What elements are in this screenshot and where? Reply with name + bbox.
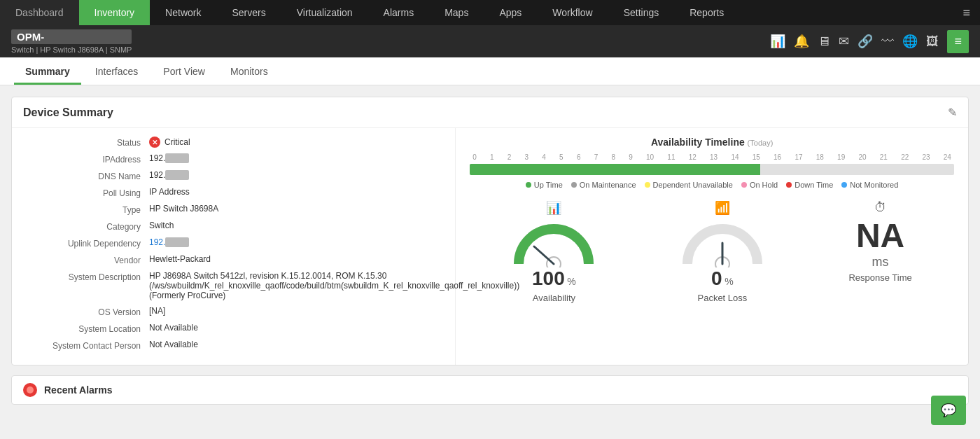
- chart-icon[interactable]: 📊: [770, 34, 785, 49]
- email-icon[interactable]: ✉: [839, 34, 849, 49]
- legend-dot-downtime: [786, 182, 792, 188]
- nav-more-button[interactable]: ≡: [953, 0, 980, 25]
- device-header: OPM- Switch | HP Switch J8698A | SNMP 📊 …: [0, 25, 980, 57]
- label-category: Category: [23, 221, 149, 232]
- nav-item-dashboard[interactable]: Dashboard: [0, 0, 79, 25]
- timeline-legend: Up Time On Maintenance Dependent Unavail…: [470, 181, 954, 189]
- tab-port-view[interactable]: Port View: [152, 60, 216, 85]
- gauge-response-time-value: NA: [848, 218, 911, 255]
- nav-item-apps[interactable]: Apps: [484, 0, 537, 25]
- gauge-availability-icon: 📊: [512, 200, 596, 216]
- nav-item-servers[interactable]: Servers: [216, 0, 281, 25]
- globe-icon[interactable]: 🌐: [902, 34, 918, 49]
- label-type: Type: [23, 204, 149, 215]
- ip-blurred-3: [165, 237, 188, 247]
- sub-tabs: Summary Interfaces Port View Monitors: [0, 57, 980, 85]
- alert-icon[interactable]: 🔔: [794, 34, 809, 49]
- value-type: HP Switch J8698A: [149, 204, 444, 214]
- hamburger-button[interactable]: ≡: [947, 30, 969, 53]
- gauge-response-time-unit: ms: [848, 255, 911, 270]
- uplink-link[interactable]: 192.: [149, 237, 189, 247]
- legend-notmonitored: Not Monitored: [841, 181, 898, 189]
- gauge-availability-value: 100 %: [512, 267, 596, 290]
- timeline-hours: 012345 67891011 121314151617 18192021222…: [470, 153, 954, 161]
- gauge-response-time-icon: ⏱: [848, 200, 911, 215]
- value-ip: 192.: [149, 153, 444, 163]
- value-vendor: Hewlett-Packard: [149, 254, 444, 264]
- info-row-ip: IPAddress 192.: [23, 153, 444, 165]
- card-header: Device Summary ✎: [12, 97, 968, 128]
- value-status: ✕ Critical: [149, 137, 444, 148]
- legend-uptime: Up Time: [526, 181, 563, 189]
- recent-alarms-bar: Recent Alarms: [11, 375, 969, 405]
- availability-timeline: Availability Timeline (Today) 012345 678…: [470, 137, 954, 189]
- legend-dot-onhold: [741, 182, 747, 188]
- nav-item-maps[interactable]: Maps: [429, 0, 484, 25]
- label-sysdesc: System Description: [23, 271, 149, 282]
- alarm-dot: [23, 383, 37, 397]
- label-vendor: Vendor: [23, 254, 149, 265]
- image-icon[interactable]: 🖼: [926, 34, 939, 49]
- pulse-icon[interactable]: 〰: [881, 34, 894, 49]
- gauge-packet-loss-value: 0 %: [680, 267, 764, 290]
- info-row-sysloc: System Location Not Available: [23, 323, 444, 334]
- nav-item-settings[interactable]: Settings: [608, 0, 675, 25]
- device-name: OPM-: [11, 29, 132, 44]
- nav-item-alarms[interactable]: Alarms: [368, 0, 430, 25]
- nav-item-inventory[interactable]: Inventory: [79, 0, 150, 25]
- info-table: Status ✕ Critical IPAddress 192.: [12, 128, 456, 365]
- label-sysloc: System Location: [23, 323, 149, 334]
- nav-item-virtualization[interactable]: Virtualization: [281, 0, 368, 25]
- value-poll: IP Address: [149, 187, 444, 197]
- link-icon[interactable]: 🔗: [858, 34, 873, 49]
- gauge-availability-label: Availability: [512, 293, 596, 303]
- label-osver: OS Version: [23, 306, 149, 317]
- recent-alarms-title: Recent Alarms: [44, 384, 113, 396]
- nav-item-network[interactable]: Network: [150, 0, 216, 25]
- value-dns: 192.: [149, 170, 444, 180]
- gauge-response-time: ⏱ NA ms Response Time: [848, 200, 911, 283]
- card-title: Device Summary: [23, 106, 113, 119]
- chat-fab-button[interactable]: 💬: [931, 396, 966, 416]
- label-uplink: Uplink Dependency: [23, 237, 149, 249]
- nav-item-reports[interactable]: Reports: [674, 0, 739, 25]
- info-row-osver: OS Version [NA]: [23, 306, 444, 317]
- info-row-type: Type HP Switch J8698A: [23, 204, 444, 215]
- legend-dep-unavail: Dependent Unavailable: [645, 181, 733, 189]
- device-header-icons: 📊 🔔 🖥 ✉ 🔗 〰 🌐 🖼 ≡: [770, 30, 969, 53]
- legend-dot-depunavail: [645, 182, 650, 188]
- gauge-availability: 📊 100 % Availability: [512, 200, 596, 303]
- legend-downtime: Down Time: [786, 181, 833, 189]
- legend-dot-uptime: [526, 182, 531, 188]
- status-critical-icon: ✕: [149, 137, 160, 148]
- legend-dot-notmonitored: [841, 182, 847, 188]
- label-status: Status: [23, 137, 149, 148]
- label-ip: IPAddress: [23, 153, 149, 165]
- status-text: Critical: [164, 137, 190, 147]
- top-navigation: Dashboard Inventory Network Servers Virt…: [0, 0, 980, 25]
- gauge-packet-loss: 📶 0 % Packet Loss: [680, 200, 764, 303]
- tab-interfaces[interactable]: Interfaces: [84, 60, 149, 85]
- value-osver: [NA]: [149, 306, 444, 316]
- gauges-row: 📊 100 % Availability: [470, 200, 954, 303]
- timeline-bar-container: [470, 164, 954, 175]
- main-content: Device Summary ✎ Status ✕ Critical: [0, 85, 980, 416]
- timeline-bar-uptime: [470, 164, 760, 175]
- nav-item-workflow[interactable]: Workflow: [537, 0, 608, 25]
- info-row-uplink: Uplink Dependency 192.: [23, 237, 444, 249]
- monitor-icon[interactable]: 🖥: [818, 34, 830, 49]
- gauge-packet-loss-icon: 📶: [680, 200, 764, 216]
- edit-icon[interactable]: ✎: [948, 106, 957, 119]
- tab-summary[interactable]: Summary: [14, 60, 81, 85]
- value-uplink[interactable]: 192.: [149, 237, 444, 247]
- tab-monitors[interactable]: Monitors: [219, 60, 279, 85]
- ip-blurred-1: [165, 153, 188, 163]
- info-row-vendor: Vendor Hewlett-Packard: [23, 254, 444, 265]
- gauge-response-time-label: Response Time: [848, 272, 911, 283]
- label-contact: System Contact Person: [23, 340, 149, 351]
- alarm-dot-inner: [27, 386, 34, 393]
- value-contact: Not Available: [149, 340, 444, 349]
- gauge-packet-loss-svg: [680, 218, 764, 267]
- legend-dot-maintenance: [571, 182, 577, 188]
- timeline-title: Availability Timeline (Today): [470, 137, 954, 148]
